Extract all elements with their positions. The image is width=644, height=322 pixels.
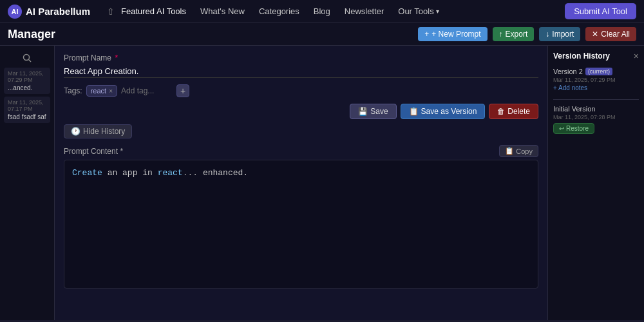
export-button[interactable]: ↑ Export <box>493 27 535 41</box>
initial-version-date: Mar 11, 2025, 07:28 PM <box>553 114 639 120</box>
version-panel-header: Version History × <box>553 51 639 61</box>
nav-link-categories[interactable]: Categories <box>252 4 306 19</box>
logo-icon: AI <box>8 5 22 19</box>
export-icon: ↑ <box>499 30 503 39</box>
sidebar-item[interactable]: Mar 11, 2025, 07:17 PM fsad fsadf saf <box>4 97 50 123</box>
code-enhanced: enhanced. <box>203 168 248 178</box>
nav-link-blog[interactable]: Blog <box>307 4 337 19</box>
submit-tool-button[interactable]: Submit AI Tool <box>565 3 636 19</box>
our-tools-label: Our Tools <box>398 6 433 16</box>
nav-link-newsletter[interactable]: Newsletter <box>338 4 390 19</box>
page-title: Manager <box>8 28 413 41</box>
logo: AI AI Parabellum <box>8 5 90 19</box>
action-bar: 💾 Save 📋 Save as Version 🗑 Delete <box>64 104 538 119</box>
tag-remove-button[interactable]: × <box>109 88 113 95</box>
save-version-label: Save as Version <box>421 107 477 116</box>
delete-label: Delete <box>507 107 530 116</box>
version-divider <box>553 99 639 100</box>
new-prompt-button[interactable]: + + New Prompt <box>418 27 487 41</box>
add-tag-button[interactable]: + <box>176 84 189 97</box>
clear-label: Clear All <box>601 30 630 39</box>
clear-icon: ✕ <box>592 30 598 39</box>
code-keyword: Create <box>72 168 102 178</box>
history-icon: 🕐 <box>71 127 80 136</box>
import-icon: ↓ <box>545 30 549 39</box>
prompt-name-input[interactable] <box>64 65 538 78</box>
nav-link-our-tools[interactable]: Our Tools ▾ <box>392 4 445 19</box>
code-ellipsis: ... <box>183 168 198 178</box>
version-history-panel: Version History × Version 2 (current) Ma… <box>547 46 644 320</box>
version-date: Mar 11, 2025, 07:29 PM <box>553 77 639 83</box>
tags-label: Tags: <box>64 86 82 95</box>
hide-history-label: Hide History <box>83 127 125 136</box>
logo-text: AI Parabellum <box>26 6 90 17</box>
sidebar-item-preview: ...anced. <box>8 84 46 91</box>
version-entry-initial: Initial Version Mar 11, 2025, 07:28 PM ↩… <box>553 105 639 134</box>
tags-row: Tags: react × + <box>64 84 538 97</box>
nav-link-featured[interactable]: Featured AI Tools <box>115 4 193 19</box>
required-indicator: * <box>115 53 118 62</box>
save-version-button[interactable]: 📋 Save as Version <box>401 104 486 119</box>
copy-icon: 📋 <box>505 147 514 155</box>
sidebar-item-time: Mar 11, 2025, 07:17 PM <box>8 99 46 112</box>
tag-value: react <box>91 87 106 95</box>
restore-icon: ↩ <box>559 125 564 132</box>
restore-button[interactable]: ↩ Restore <box>553 123 594 134</box>
new-prompt-label: + New Prompt <box>431 30 480 39</box>
content-required: * <box>120 147 123 156</box>
top-navigation: AI AI Parabellum ⇧ Featured AI Tools Wha… <box>0 0 644 23</box>
add-notes-button[interactable]: + Add notes <box>553 84 639 91</box>
save-button[interactable]: 💾 Save <box>350 104 396 119</box>
sidebar-item[interactable]: Mar 11, 2025, 07:29 PM ...anced. <box>4 68 50 94</box>
content-area: Prompt Name * Tags: react × + 💾 Save 📋 S… <box>55 46 547 320</box>
restore-label: Restore <box>566 125 589 132</box>
nav-links: Featured AI Tools What's New Categories … <box>115 4 565 19</box>
version-panel-title: Version History <box>553 52 610 61</box>
save-label: Save <box>370 107 388 116</box>
copy-button[interactable]: 📋 Copy <box>499 145 538 157</box>
version-close-button[interactable]: × <box>634 51 639 61</box>
version-badge: (current) <box>585 68 612 75</box>
delete-button[interactable]: 🗑 Delete <box>489 104 538 119</box>
version-name: Version 2 (current) <box>553 68 639 75</box>
add-tag-input[interactable] <box>121 86 173 95</box>
delete-icon: 🗑 <box>497 107 505 116</box>
sidebar-item-preview: fsad fsadf saf <box>8 113 46 120</box>
code-text: an app in <box>108 168 153 178</box>
sidebar-item-time: Mar 11, 2025, 07:29 PM <box>8 70 46 83</box>
svg-line-1 <box>29 60 32 62</box>
code-keyword-react: react <box>158 168 183 178</box>
save-icon: 💾 <box>358 107 368 116</box>
nav-link-whats-new[interactable]: What's New <box>194 4 251 19</box>
svg-point-0 <box>24 55 30 61</box>
import-label: Import <box>552 30 574 39</box>
version-icon: 📋 <box>409 107 419 116</box>
plus-icon: + <box>424 30 429 39</box>
sidebar: Mar 11, 2025, 07:29 PM ...anced. Mar 11,… <box>0 46 55 320</box>
chevron-down-icon: ▾ <box>436 8 439 15</box>
share-icon[interactable]: ⇧ <box>107 6 115 17</box>
export-label: Export <box>506 30 528 39</box>
clear-all-button[interactable]: ✕ Clear All <box>585 27 636 41</box>
initial-version-name: Initial Version <box>553 105 639 113</box>
tag-chip: react × <box>86 85 117 97</box>
prompt-editor[interactable]: Create an app in react... enhanced. <box>64 160 538 289</box>
subheader: Manager + + New Prompt ↑ Export ↓ Import… <box>0 23 644 46</box>
import-button[interactable]: ↓ Import <box>539 27 580 41</box>
prompt-content-label: Prompt Content * 📋 Copy <box>64 145 538 157</box>
version-entry: Version 2 (current) Mar 11, 2025, 07:29 … <box>553 68 639 91</box>
main-layout: Mar 11, 2025, 07:29 PM ...anced. Mar 11,… <box>0 46 644 320</box>
prompt-name-label: Prompt Name * <box>64 53 538 62</box>
sidebar-search-icon[interactable] <box>4 51 50 65</box>
hide-history-button[interactable]: 🕐 Hide History <box>64 124 132 138</box>
copy-label: Copy <box>516 147 533 155</box>
